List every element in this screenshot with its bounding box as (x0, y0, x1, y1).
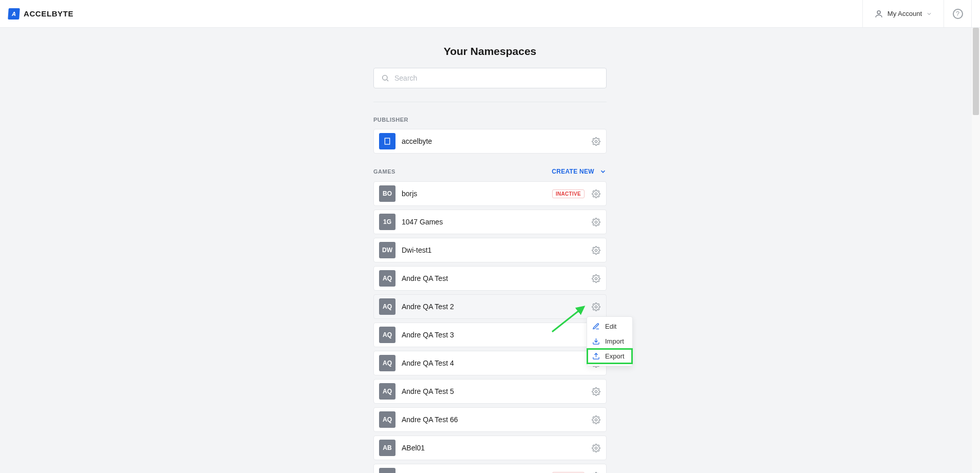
publisher-name: accelbyte (402, 137, 585, 145)
gear-icon (592, 246, 600, 255)
game-row[interactable]: AQAndre QA Test 3 (373, 323, 607, 347)
game-row[interactable]: ABabel02aINACTIVE (373, 464, 607, 473)
section-label-games: GAMES (373, 168, 395, 175)
gear-icon (592, 302, 600, 311)
inactive-badge: INACTIVE (552, 190, 585, 198)
game-row[interactable]: AQAndre QA Test 2 EditImportExport (373, 294, 607, 319)
gear-icon (592, 387, 600, 396)
svg-point-1 (383, 75, 387, 80)
chevron-down-icon (599, 168, 607, 175)
gear-icon (592, 274, 600, 283)
game-name: Andre QA Test 3 (402, 331, 585, 339)
game-row[interactable]: AQAndre QA Test 66 (373, 407, 607, 432)
svg-point-10 (595, 140, 597, 142)
svg-point-23 (595, 447, 597, 449)
create-new-label: CREATE NEW (552, 168, 594, 175)
game-avatar: 1G (379, 214, 395, 230)
game-settings-button[interactable] (591, 188, 601, 199)
game-row[interactable]: AQAndre QA Test 5 (373, 379, 607, 404)
game-row[interactable]: DWDwi-test1 (373, 238, 607, 262)
brand-name: ACCELBYTE (24, 9, 73, 18)
game-name: Andre QA Test 2 (402, 302, 585, 311)
menu-item-label: Import (605, 337, 624, 345)
page-title: Your Namespaces (444, 45, 537, 58)
game-settings-button[interactable] (591, 471, 601, 473)
game-settings-button[interactable] (591, 217, 601, 227)
game-avatar: AQ (379, 298, 395, 315)
game-name: Andre QA Test 66 (402, 415, 585, 424)
menu-item-edit[interactable]: Edit (587, 319, 632, 334)
game-name: borjs (402, 190, 546, 198)
publisher-row[interactable]: accelbyte (373, 129, 607, 154)
svg-point-13 (595, 249, 597, 251)
game-row[interactable]: BOborjsINACTIVE (373, 181, 607, 206)
help-button[interactable]: ? (944, 0, 972, 27)
svg-rect-3 (385, 138, 389, 144)
game-avatar: BO (379, 185, 395, 202)
chevron-down-icon (926, 11, 932, 17)
svg-point-15 (595, 306, 597, 308)
publisher-settings-button[interactable] (591, 136, 601, 146)
game-settings-button[interactable] (591, 245, 601, 255)
divider (373, 102, 607, 102)
svg-point-12 (595, 221, 597, 223)
game-row[interactable]: 1G1047 Games (373, 210, 607, 234)
game-name: Andre QA Test 5 (402, 387, 585, 395)
publisher-avatar (379, 133, 395, 149)
game-settings-button[interactable] (591, 273, 601, 283)
game-settings-button[interactable] (591, 414, 601, 425)
search-icon (381, 74, 389, 82)
game-name: Dwi-test1 (402, 246, 585, 254)
game-avatar: AB (379, 468, 395, 473)
svg-line-2 (387, 80, 388, 81)
account-label: My Account (888, 10, 922, 17)
menu-item-label: Export (605, 352, 625, 360)
svg-point-0 (877, 11, 880, 14)
user-icon (874, 9, 883, 18)
brand-logo[interactable]: A ACCELBYTE (8, 8, 73, 20)
search-input[interactable] (394, 74, 599, 82)
game-row[interactable]: AQAndre QA Test (373, 266, 607, 291)
download-icon (592, 337, 600, 345)
section-label-publisher: PUBLISHER (373, 117, 607, 123)
header-right: My Account ? (862, 0, 972, 27)
game-avatar: DW (379, 242, 395, 258)
game-row[interactable]: AQAndre QA Test 4 (373, 351, 607, 375)
game-name: Andre QA Test (402, 274, 585, 282)
account-menu[interactable]: My Account (862, 0, 944, 27)
gear-icon (592, 415, 600, 424)
game-avatar: AQ (379, 270, 395, 287)
upload-icon (592, 352, 600, 360)
svg-point-22 (595, 419, 597, 421)
menu-item-import[interactable]: Import (587, 334, 632, 349)
search-row[interactable] (373, 68, 607, 88)
svg-point-21 (595, 390, 597, 392)
game-settings-button[interactable] (591, 443, 601, 453)
settings-dropdown-menu: EditImportExport (587, 316, 633, 366)
building-icon (383, 137, 391, 145)
game-row[interactable]: ABABel01 (373, 436, 607, 460)
create-new-button[interactable]: CREATE NEW (552, 168, 607, 175)
menu-item-export[interactable]: Export (587, 349, 632, 364)
game-avatar: AQ (379, 355, 395, 371)
game-settings-button[interactable]: EditImportExport (591, 301, 601, 312)
game-name: 1047 Games (402, 218, 585, 226)
scrollbar-thumb[interactable] (973, 28, 979, 115)
game-settings-button[interactable] (591, 386, 601, 396)
game-avatar: AB (379, 440, 395, 456)
brand-logo-icon: A (8, 8, 20, 20)
scrollbar[interactable] (972, 28, 980, 473)
gear-icon (592, 444, 600, 452)
game-avatar: AQ (379, 411, 395, 428)
games-section-header: GAMES CREATE NEW (373, 168, 607, 175)
game-name: Andre QA Test 4 (402, 359, 585, 367)
content-column: PUBLISHER accelbyte GAMES CREATE (373, 68, 607, 473)
gear-icon (592, 218, 600, 226)
help-icon: ? (953, 9, 963, 19)
main-content: Your Namespaces PUBLISHER accelbyte (0, 28, 980, 473)
edit-icon (592, 323, 600, 330)
svg-point-11 (595, 193, 597, 195)
games-list: BOborjsINACTIVE 1G1047 Games DWDwi-test1… (373, 181, 607, 473)
gear-icon (592, 137, 600, 146)
game-avatar: AQ (379, 327, 395, 343)
